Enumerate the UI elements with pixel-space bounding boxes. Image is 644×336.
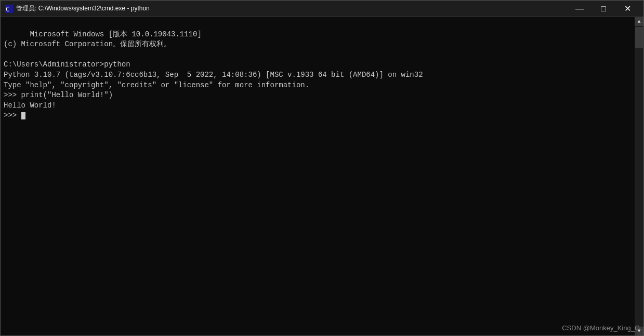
window-title: 管理员: C:\Windows\system32\cmd.exe - pytho…	[16, 4, 568, 13]
console-output[interactable]: Microsoft Windows [版本 10.0.19043.1110] (…	[1, 17, 635, 335]
watermark: CSDN @Monkey_King_G	[562, 324, 640, 332]
console-area: Microsoft Windows [版本 10.0.19043.1110] (…	[1, 17, 643, 335]
scrollbar-track	[635, 26, 643, 327]
cursor-blink	[21, 112, 25, 119]
window-controls: — □ ✕	[568, 1, 639, 17]
scrollbar[interactable]: ▲ ▼	[635, 17, 643, 335]
close-button[interactable]: ✕	[615, 1, 639, 17]
scroll-up-arrow[interactable]: ▲	[635, 17, 643, 26]
cmd-window: C 管理员: C:\Windows\system32\cmd.exe - pyt…	[0, 0, 644, 336]
console-line-1: Microsoft Windows [版本 10.0.19043.1110] (…	[4, 30, 423, 120]
scrollbar-thumb[interactable]	[635, 27, 643, 48]
title-bar: C 管理员: C:\Windows\system32\cmd.exe - pyt…	[1, 1, 643, 17]
cmd-icon: C	[5, 5, 13, 13]
maximize-button[interactable]: □	[592, 1, 615, 17]
minimize-button[interactable]: —	[568, 1, 592, 17]
svg-text:C: C	[6, 6, 9, 13]
